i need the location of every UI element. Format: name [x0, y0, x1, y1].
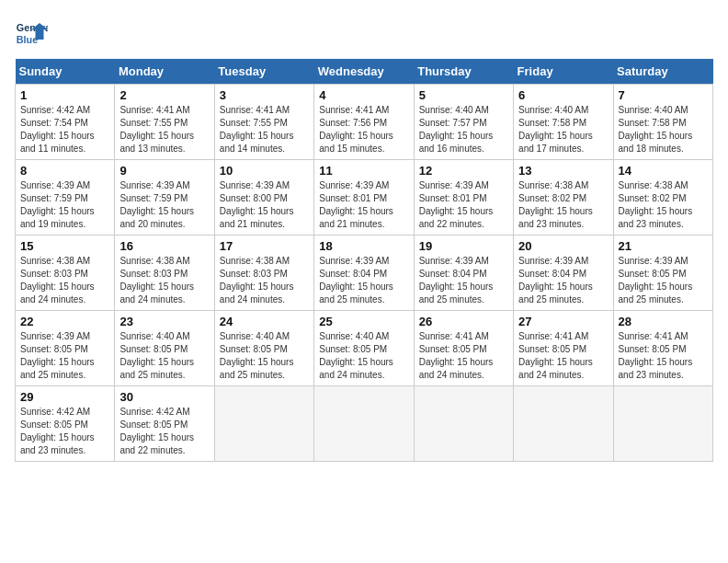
day-info: Sunrise: 4:40 AM Sunset: 8:05 PM Dayligh…	[119, 330, 209, 382]
day-info: Sunrise: 4:39 AM Sunset: 7:59 PM Dayligh…	[119, 179, 209, 231]
calendar-cell: 21Sunrise: 4:39 AM Sunset: 8:05 PM Dayli…	[613, 236, 712, 311]
day-info: Sunrise: 4:39 AM Sunset: 8:04 PM Dayligh…	[419, 255, 508, 306]
day-info: Sunrise: 4:41 AM Sunset: 7:55 PM Dayligh…	[220, 104, 309, 155]
day-number: 6	[518, 88, 608, 102]
day-number: 7	[619, 88, 708, 102]
calendar-cell: 5Sunrise: 4:40 AM Sunset: 7:57 PM Daylig…	[414, 85, 513, 160]
calendar-cell: 25Sunrise: 4:40 AM Sunset: 8:05 PM Dayli…	[314, 311, 414, 386]
day-number: 13	[518, 164, 608, 178]
calendar-cell: 6Sunrise: 4:40 AM Sunset: 7:58 PM Daylig…	[514, 85, 613, 160]
day-info: Sunrise: 4:39 AM Sunset: 8:05 PM Dayligh…	[20, 330, 109, 382]
day-number: 17	[220, 239, 309, 253]
logo-icon: General Blue	[15, 15, 48, 48]
calendar-cell	[414, 386, 513, 462]
day-info: Sunrise: 4:39 AM Sunset: 8:01 PM Dayligh…	[319, 179, 408, 231]
day-info: Sunrise: 4:42 AM Sunset: 8:05 PM Dayligh…	[119, 406, 209, 457]
day-number: 2	[119, 88, 209, 102]
day-number: 23	[119, 315, 209, 328]
day-number: 15	[20, 239, 109, 253]
calendar-cell: 29Sunrise: 4:42 AM Sunset: 8:05 PM Dayli…	[16, 386, 115, 462]
calendar-cell: 18Sunrise: 4:39 AM Sunset: 8:04 PM Dayli…	[314, 236, 414, 311]
calendar-cell: 23Sunrise: 4:40 AM Sunset: 8:05 PM Dayli…	[115, 311, 214, 386]
calendar-cell: 14Sunrise: 4:38 AM Sunset: 8:02 PM Dayli…	[613, 160, 712, 236]
weekday-header: Tuesday	[214, 59, 313, 85]
day-number: 16	[119, 239, 209, 253]
day-number: 18	[319, 239, 408, 253]
day-info: Sunrise: 4:40 AM Sunset: 7:58 PM Dayligh…	[619, 104, 708, 155]
svg-text:Blue: Blue	[17, 34, 38, 45]
weekday-header: Sunday	[16, 59, 115, 85]
day-number: 5	[419, 88, 508, 102]
day-number: 10	[220, 164, 309, 178]
day-info: Sunrise: 4:41 AM Sunset: 8:05 PM Dayligh…	[419, 330, 508, 382]
day-number: 27	[518, 315, 608, 328]
day-info: Sunrise: 4:42 AM Sunset: 7:54 PM Dayligh…	[20, 104, 109, 155]
weekday-header: Wednesday	[314, 59, 414, 85]
day-info: Sunrise: 4:38 AM Sunset: 8:02 PM Dayligh…	[518, 179, 608, 231]
day-number: 14	[619, 164, 708, 178]
day-info: Sunrise: 4:41 AM Sunset: 8:05 PM Dayligh…	[518, 330, 608, 382]
day-info: Sunrise: 4:39 AM Sunset: 8:00 PM Dayligh…	[220, 179, 309, 231]
calendar-cell	[314, 386, 414, 462]
day-info: Sunrise: 4:40 AM Sunset: 7:58 PM Dayligh…	[518, 104, 608, 155]
day-number: 21	[619, 239, 708, 253]
calendar-cell	[214, 386, 313, 462]
day-number: 1	[20, 88, 109, 102]
calendar-cell: 12Sunrise: 4:39 AM Sunset: 8:01 PM Dayli…	[414, 160, 513, 236]
day-info: Sunrise: 4:38 AM Sunset: 8:03 PM Dayligh…	[220, 255, 309, 306]
day-number: 3	[220, 88, 309, 102]
calendar-week-row: 15Sunrise: 4:38 AM Sunset: 8:03 PM Dayli…	[16, 236, 713, 311]
day-info: Sunrise: 4:39 AM Sunset: 8:01 PM Dayligh…	[419, 179, 508, 231]
day-info: Sunrise: 4:41 AM Sunset: 7:55 PM Dayligh…	[119, 104, 209, 155]
weekday-header: Saturday	[613, 59, 712, 85]
day-number: 28	[619, 315, 708, 328]
day-number: 12	[419, 164, 508, 178]
day-info: Sunrise: 4:39 AM Sunset: 8:04 PM Dayligh…	[319, 255, 408, 306]
calendar-week-row: 8Sunrise: 4:39 AM Sunset: 7:59 PM Daylig…	[16, 160, 713, 236]
day-number: 11	[319, 164, 408, 178]
calendar-week-row: 22Sunrise: 4:39 AM Sunset: 8:05 PM Dayli…	[16, 311, 713, 386]
day-info: Sunrise: 4:39 AM Sunset: 8:04 PM Dayligh…	[518, 255, 608, 306]
calendar-cell: 27Sunrise: 4:41 AM Sunset: 8:05 PM Dayli…	[514, 311, 613, 386]
day-number: 29	[20, 390, 109, 404]
weekday-header: Thursday	[414, 59, 513, 85]
calendar-cell: 17Sunrise: 4:38 AM Sunset: 8:03 PM Dayli…	[214, 236, 313, 311]
header: General Blue	[15, 15, 713, 48]
day-info: Sunrise: 4:41 AM Sunset: 8:05 PM Dayligh…	[619, 330, 708, 382]
calendar-week-row: 1Sunrise: 4:42 AM Sunset: 7:54 PM Daylig…	[16, 85, 713, 160]
day-info: Sunrise: 4:38 AM Sunset: 8:03 PM Dayligh…	[20, 255, 109, 306]
calendar-cell: 26Sunrise: 4:41 AM Sunset: 8:05 PM Dayli…	[414, 311, 513, 386]
day-number: 19	[419, 239, 508, 253]
calendar-cell	[613, 386, 712, 462]
day-number: 26	[419, 315, 508, 328]
calendar-cell: 30Sunrise: 4:42 AM Sunset: 8:05 PM Dayli…	[115, 386, 214, 462]
day-info: Sunrise: 4:40 AM Sunset: 7:57 PM Dayligh…	[419, 104, 508, 155]
weekday-header: Friday	[514, 59, 613, 85]
calendar-cell: 4Sunrise: 4:41 AM Sunset: 7:56 PM Daylig…	[314, 85, 414, 160]
day-info: Sunrise: 4:41 AM Sunset: 7:56 PM Dayligh…	[319, 104, 408, 155]
day-number: 24	[220, 315, 309, 328]
day-info: Sunrise: 4:38 AM Sunset: 8:02 PM Dayligh…	[619, 179, 708, 231]
calendar-cell: 9Sunrise: 4:39 AM Sunset: 7:59 PM Daylig…	[115, 160, 214, 236]
calendar-cell: 13Sunrise: 4:38 AM Sunset: 8:02 PM Dayli…	[514, 160, 613, 236]
day-info: Sunrise: 4:38 AM Sunset: 8:03 PM Dayligh…	[119, 255, 209, 306]
calendar-cell: 7Sunrise: 4:40 AM Sunset: 7:58 PM Daylig…	[613, 85, 712, 160]
calendar-cell: 15Sunrise: 4:38 AM Sunset: 8:03 PM Dayli…	[16, 236, 115, 311]
calendar-cell: 11Sunrise: 4:39 AM Sunset: 8:01 PM Dayli…	[314, 160, 414, 236]
calendar-cell: 1Sunrise: 4:42 AM Sunset: 7:54 PM Daylig…	[16, 85, 115, 160]
day-info: Sunrise: 4:39 AM Sunset: 8:05 PM Dayligh…	[619, 255, 708, 306]
calendar-cell: 16Sunrise: 4:38 AM Sunset: 8:03 PM Dayli…	[115, 236, 214, 311]
day-info: Sunrise: 4:40 AM Sunset: 8:05 PM Dayligh…	[319, 330, 408, 382]
calendar-cell: 24Sunrise: 4:40 AM Sunset: 8:05 PM Dayli…	[214, 311, 313, 386]
logo: General Blue	[15, 15, 48, 48]
day-number: 8	[20, 164, 109, 178]
calendar-cell: 22Sunrise: 4:39 AM Sunset: 8:05 PM Dayli…	[16, 311, 115, 386]
day-number: 20	[518, 239, 608, 253]
weekday-header: Monday	[115, 59, 214, 85]
calendar-cell: 28Sunrise: 4:41 AM Sunset: 8:05 PM Dayli…	[613, 311, 712, 386]
calendar-cell: 2Sunrise: 4:41 AM Sunset: 7:55 PM Daylig…	[115, 85, 214, 160]
calendar-cell: 19Sunrise: 4:39 AM Sunset: 8:04 PM Dayli…	[414, 236, 513, 311]
calendar-cell: 20Sunrise: 4:39 AM Sunset: 8:04 PM Dayli…	[514, 236, 613, 311]
day-number: 9	[119, 164, 209, 178]
day-info: Sunrise: 4:42 AM Sunset: 8:05 PM Dayligh…	[20, 406, 109, 457]
